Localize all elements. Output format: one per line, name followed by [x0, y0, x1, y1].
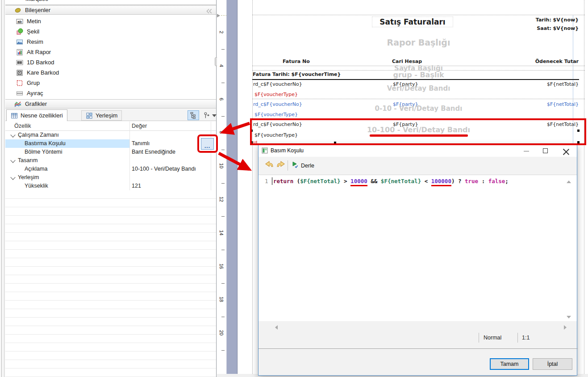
- minimize-icon[interactable]: [524, 151, 529, 151]
- report-header-watermark: Rapor Başlığı: [252, 38, 585, 47]
- code-token-boolean: false: [488, 178, 505, 184]
- close-icon[interactable]: [563, 148, 569, 154]
- group-header-line[interactable]: [252, 79, 579, 80]
- column-header-odenecek-tutar[interactable]: Ödenecek Tutar: [500, 59, 579, 64]
- palette-item-image[interactable]: Resim: [5, 37, 216, 47]
- property-label: Yükseklik: [25, 182, 48, 190]
- annotation-underline-watermark: [370, 134, 468, 137]
- chevron-expand-icon[interactable]: [10, 158, 15, 163]
- expression-code-editor[interactable]: 1 return ($F{netTotal} > 10000 && $F{net…: [259, 175, 577, 321]
- code-token-boolean: true: [465, 178, 478, 184]
- separator-icon: [16, 90, 23, 97]
- ok-button[interactable]: Tamam: [490, 358, 529, 370]
- dialog-toolbar: Derle: [259, 157, 577, 175]
- property-value[interactable]: 121: [132, 182, 141, 190]
- group-header-field[interactable]: Fatura Tarihi: $F{voucherTime}: [253, 71, 341, 77]
- field-voucher-type[interactable]: $F{voucherType}: [254, 92, 298, 97]
- property-value[interactable]: Bant Esnediğinde: [132, 148, 175, 156]
- charts-icon: [14, 101, 21, 108]
- code-token-plain: <: [421, 178, 431, 184]
- scroll-left-icon[interactable]: [275, 325, 278, 330]
- property-group-3[interactable]: Tasarım: [5, 156, 216, 165]
- tab-object-properties[interactable]: Nesne özellikleri: [6, 109, 67, 121]
- property-label: Bastırma Koşulu: [25, 139, 66, 148]
- palette-item-subreport[interactable]: Alt Rapor: [5, 47, 216, 57]
- property-label: Açıklama: [25, 165, 47, 173]
- property-row-1[interactable]: Bastırma KoşuluTanımlı: [5, 139, 216, 148]
- date-field[interactable]: Tarih: $V{now}: [505, 17, 579, 23]
- table-icon: [11, 112, 18, 119]
- code-token-plain: >: [341, 178, 351, 184]
- tree-view-button[interactable]: [188, 110, 199, 120]
- ruler-tick: [221, 116, 225, 117]
- left-edge-strip: [0, 0, 5, 377]
- property-value[interactable]: 10-100 - Veri/Detay Bandı: [132, 165, 196, 173]
- charts-section-title: Grafikler: [25, 101, 47, 107]
- ruler-tick: [221, 216, 225, 217]
- compile-icon[interactable]: [292, 161, 299, 168]
- ruler-tick: [221, 150, 225, 150]
- detail-band-watermark: 0-10 - Veri/Detay Bandı: [252, 105, 585, 113]
- statusbar-zoom: 1:1: [522, 335, 530, 341]
- scroll-right-icon[interactable]: [564, 325, 567, 330]
- palette-item-label: Grup: [27, 80, 40, 86]
- chevron-down-icon[interactable]: [212, 114, 217, 117]
- ruler-number: 18: [219, 296, 224, 303]
- sort-pin-button[interactable]: [200, 110, 212, 120]
- band-boundary[interactable]: [252, 15, 585, 15]
- charts-section-header[interactable]: Grafikler: [5, 99, 216, 109]
- chevron-expand-icon[interactable]: [10, 175, 15, 180]
- print-condition-dialog: Basım Koşulu Derle 1 return ($F{netTotal…: [258, 144, 577, 376]
- ruler-origin-marker[interactable]: [217, 14, 220, 17]
- palette-item-marquee-clipped[interactable]: Marquee: [14, 0, 104, 4]
- palette-item-barcode-2d[interactable]: Kare Barkod: [5, 67, 216, 78]
- palette-item-barcode-1d[interactable]: 1D Barkod: [5, 57, 216, 67]
- property-group-0[interactable]: Çalışma Zamanı: [5, 131, 216, 139]
- time-field[interactable]: Saat: $V{now}: [505, 25, 579, 31]
- dialog-title-bar[interactable]: Basım Koşulu: [259, 145, 577, 157]
- ruler-tick: [221, 49, 225, 50]
- redo-icon[interactable]: [276, 161, 286, 169]
- maximize-icon[interactable]: [543, 148, 548, 153]
- compile-button[interactable]: Derle: [301, 163, 314, 169]
- svg-text:ab: ab: [17, 20, 21, 24]
- undo-icon[interactable]: [264, 161, 274, 169]
- statusbar-mode: Normal: [484, 335, 501, 341]
- barcode-2d-icon: [16, 69, 23, 76]
- band-boundary[interactable]: [252, 99, 585, 99]
- column-header-fatura-no[interactable]: Fatura No: [283, 59, 310, 64]
- palette-item-label: Alt Rapor: [27, 49, 51, 55]
- ruler-tick: [221, 317, 225, 317]
- palette-item-separator[interactable]: Ayıraç: [5, 88, 216, 98]
- palette-item-text[interactable]: abMetin: [5, 16, 216, 26]
- statusbar-divider: [517, 333, 518, 343]
- collapse-icon[interactable]: [205, 8, 213, 15]
- cancel-button[interactable]: İptal: [533, 358, 572, 370]
- scroll-down-icon[interactable]: [567, 316, 571, 318]
- statusbar-divider: [479, 333, 479, 343]
- dialog-app-icon: [262, 147, 268, 154]
- property-value[interactable]: Tanımlı: [132, 139, 150, 148]
- property-row-6[interactable]: Yükseklik121: [5, 182, 216, 190]
- chevron-expand-icon[interactable]: [10, 132, 15, 137]
- scroll-up-icon[interactable]: [567, 180, 571, 183]
- property-row-4[interactable]: Açıklama10-100 - Veri/Detay Bandı: [5, 165, 216, 173]
- property-group-5[interactable]: Yerleşim: [5, 173, 216, 182]
- tab-layout[interactable]: Yerleşim: [81, 110, 122, 121]
- property-row-2[interactable]: Bölme YöntemiBant Esnediğinde: [5, 148, 216, 156]
- palette-item-shape[interactable]: Şekil: [5, 26, 216, 37]
- property-group-label: Yerleşim: [18, 173, 39, 182]
- code-token-plain: ;: [505, 178, 509, 184]
- sort-pin-icon: [203, 112, 210, 119]
- column-header-cari-hesap[interactable]: Cari Hesap: [392, 59, 422, 64]
- palette-item-label: Ayıraç: [27, 90, 43, 96]
- property-rows: Çalışma ZamanıBastırma KoşuluTanımlıBölm…: [5, 131, 216, 190]
- selection-highlight: [5, 139, 129, 148]
- properties-tab-bar: Nesne özellikleri Yerleşim: [5, 109, 216, 121]
- ruler-tick: [221, 83, 225, 83]
- ruler-tick: [221, 350, 225, 351]
- report-title-field[interactable]: Satış Faturaları: [372, 17, 453, 27]
- palette-item-group[interactable]: Grup: [5, 78, 216, 88]
- components-section-header[interactable]: Bileşenler: [5, 5, 216, 15]
- field-voucher-type[interactable]: $F{voucherType}: [254, 112, 298, 117]
